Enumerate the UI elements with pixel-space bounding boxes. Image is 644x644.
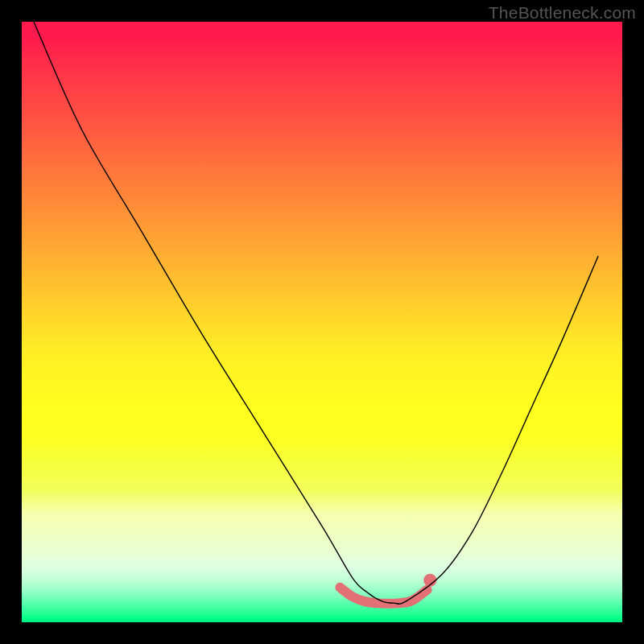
chart-frame: TheBottleneck.com: [0, 0, 644, 644]
bottleneck-curve: [34, 22, 598, 604]
watermark-text: TheBottleneck.com: [489, 3, 636, 23]
chart-svg: [0, 0, 644, 644]
